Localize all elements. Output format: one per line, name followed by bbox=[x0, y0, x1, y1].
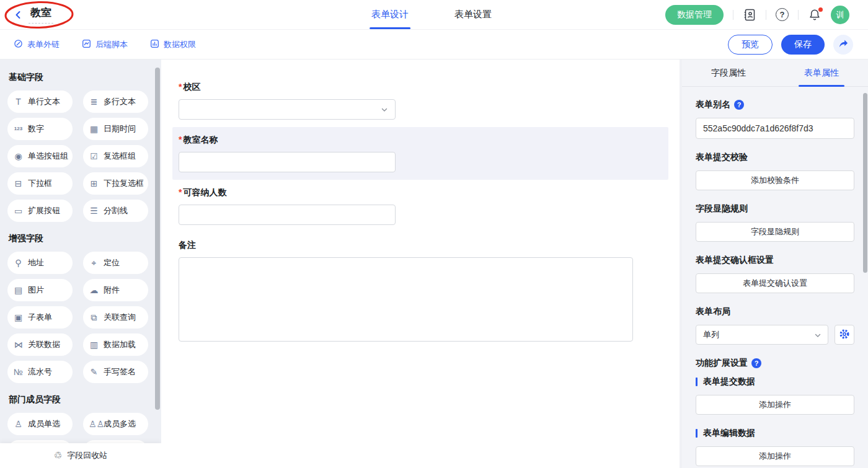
property-select-row: 单列 bbox=[696, 325, 854, 345]
palette-item-label: 流水号 bbox=[28, 366, 52, 377]
palette-item-dropdown[interactable]: ⊟下拉框 bbox=[7, 172, 73, 195]
palette-item-datetime[interactable]: ▦日期时间 bbox=[83, 118, 148, 140]
palette-item-checkbox-group[interactable]: ☑复选框组 bbox=[83, 145, 148, 167]
palette-item-locate[interactable]: ⌖定位 bbox=[83, 252, 148, 274]
sidebar-scrollbar[interactable] bbox=[155, 68, 160, 410]
property-action-button[interactable]: 添加操作 bbox=[696, 446, 854, 466]
tab-form-properties[interactable]: 表单属性 bbox=[775, 60, 868, 86]
property-label: 表单提交校验 bbox=[696, 152, 854, 163]
external-link-button[interactable]: 表单外链 bbox=[14, 39, 60, 50]
properties-panel: 字段属性 表单属性 表单别名表单提交校验添加校验条件字段显隐规则字段显隐规则表单… bbox=[682, 60, 868, 468]
save-button[interactable]: 保存 bbox=[781, 35, 825, 55]
palette-item-multi-dropdown[interactable]: ⊞下拉复选框 bbox=[83, 172, 148, 195]
form-alias-input[interactable] bbox=[696, 118, 854, 139]
form-field-row[interactable]: 备注 bbox=[172, 232, 668, 351]
selected-value: 单列 bbox=[703, 329, 719, 340]
palette-item-multi-line-text[interactable]: ≣多行文本 bbox=[83, 91, 148, 113]
avatar[interactable]: 训 bbox=[831, 6, 849, 24]
section-bar bbox=[696, 377, 698, 386]
field-select[interactable] bbox=[179, 99, 396, 120]
data-load-chart-icon: ▥ bbox=[89, 340, 99, 349]
preview-button[interactable]: 预览 bbox=[728, 35, 773, 55]
back-button[interactable]: 教室 bbox=[0, 6, 53, 24]
tab-field-properties[interactable]: 字段属性 bbox=[682, 60, 775, 86]
property-group: 表单提交确认框设置表单提交确认设置 bbox=[696, 255, 854, 293]
palette-item-data-load-chart[interactable]: ▥数据加载 bbox=[83, 333, 148, 356]
form-field-label: 备注 bbox=[179, 240, 662, 251]
property-group: 字段显隐规则字段显隐规则 bbox=[696, 203, 854, 242]
layout-gear-button[interactable] bbox=[835, 325, 854, 345]
form-field-row[interactable]: *校区 bbox=[172, 74, 668, 127]
palette-section-title: 基础字段 bbox=[9, 72, 154, 83]
palette-item-single-line-text[interactable]: T单行文本 bbox=[7, 91, 73, 113]
property-action-button[interactable]: 添加校验条件 bbox=[696, 170, 854, 190]
linked-query-icon: ⧉ bbox=[89, 313, 99, 322]
palette-section-title: 部门成员字段 bbox=[9, 394, 154, 405]
properties-tabs: 字段属性 表单属性 bbox=[682, 60, 868, 87]
form-field-row[interactable]: *教室名称 bbox=[172, 127, 668, 180]
palette-item-address-pin[interactable]: ⚲地址 bbox=[7, 252, 73, 274]
palette-item-label: 数据加载 bbox=[104, 339, 136, 350]
palette-item-number[interactable]: 123数字 bbox=[7, 118, 73, 140]
form-field-label: *可容纳人数 bbox=[179, 187, 662, 198]
palette-item-linked-query[interactable]: ⧉关联查询 bbox=[83, 306, 148, 329]
property-label: 表单布局 bbox=[696, 306, 854, 317]
property-action-button[interactable]: 字段显隐规则 bbox=[696, 222, 854, 242]
share-button[interactable] bbox=[833, 35, 853, 55]
backend-script-button[interactable]: 后端脚本 bbox=[82, 39, 128, 50]
header-actions: 数据管理 训 bbox=[665, 5, 868, 25]
window-scrollbar[interactable] bbox=[863, 93, 867, 273]
property-label: 功能扩展设置 bbox=[696, 358, 854, 369]
divider bbox=[733, 10, 733, 20]
field-recycle-bin-button[interactable]: ♲ 字段回收站 bbox=[0, 443, 161, 468]
data-permission-button[interactable]: 数据权限 bbox=[150, 39, 196, 50]
address-pin-icon: ⚲ bbox=[13, 258, 24, 267]
help-badge-icon[interactable] bbox=[734, 100, 744, 110]
data-manage-button[interactable]: 数据管理 bbox=[665, 5, 724, 25]
palette-item-subform[interactable]: ▣子表单 bbox=[7, 306, 73, 329]
palette-item-divider[interactable]: ☰分割线 bbox=[83, 200, 148, 222]
palette-item-label: 成员多选 bbox=[104, 418, 136, 430]
bell-icon[interactable] bbox=[808, 8, 822, 22]
palette-item-label: 下拉复选框 bbox=[104, 178, 144, 189]
field-input[interactable] bbox=[179, 205, 396, 225]
contact-book-icon[interactable] bbox=[743, 8, 756, 22]
tab-form-settings[interactable]: 表单设置 bbox=[454, 0, 492, 29]
palette-item-linked-data[interactable]: ⋈关联数据 bbox=[7, 333, 73, 356]
palette-item-image[interactable]: ▤图片 bbox=[7, 279, 73, 301]
divider bbox=[766, 10, 766, 20]
form-layout-select[interactable]: 单列 bbox=[696, 325, 828, 345]
dropdown-icon: ⊟ bbox=[13, 179, 24, 188]
required-asterisk: * bbox=[179, 82, 182, 92]
property-group: 功能扩展设置 bbox=[696, 358, 854, 369]
palette-item-member-single[interactable]: ♙成员单选 bbox=[7, 413, 73, 435]
property-action-button[interactable]: 添加操作 bbox=[696, 395, 854, 415]
form-field-row[interactable]: *可容纳人数 bbox=[172, 180, 668, 232]
member-single-icon: ♙ bbox=[13, 420, 24, 428]
property-action-button[interactable]: 表单提交确认设置 bbox=[696, 273, 854, 293]
field-textarea[interactable] bbox=[179, 257, 633, 342]
back-chevron-icon bbox=[14, 11, 22, 19]
property-label-text: 表单提交数据 bbox=[703, 376, 755, 387]
palette-item-extend-button[interactable]: ▭扩展按钮 bbox=[7, 200, 73, 222]
required-asterisk: * bbox=[179, 187, 182, 197]
tab-form-design[interactable]: 表单设计 bbox=[371, 0, 409, 29]
palette-item-label: 地址 bbox=[28, 257, 44, 268]
app-header: 教室 表单设计 表单设置 数据管理 训 bbox=[0, 0, 868, 30]
help-badge-icon[interactable] bbox=[751, 358, 761, 368]
palette-item-label: 子表单 bbox=[28, 312, 52, 323]
header-tabs: 表单设计 表单设置 bbox=[371, 0, 492, 29]
palette-item-attachment-cloud[interactable]: ☁附件 bbox=[83, 279, 148, 301]
palette-item-label: 日期时间 bbox=[104, 123, 136, 135]
palette-item-member-multi[interactable]: ♙♙成员多选 bbox=[83, 413, 148, 435]
linked-data-icon: ⋈ bbox=[13, 340, 24, 349]
property-label-text: 表单提交确认框设置 bbox=[696, 255, 774, 266]
field-input[interactable] bbox=[179, 152, 396, 172]
serial-number-icon: № bbox=[13, 368, 24, 376]
help-icon[interactable] bbox=[776, 8, 789, 21]
palette-section-title: 增强字段 bbox=[9, 233, 154, 244]
palette-section-grid: ⚲地址⌖定位▤图片☁附件▣子表单⧉关联查询⋈关联数据▥数据加载№流水号✎手写签名 bbox=[7, 252, 154, 383]
palette-item-radio-group[interactable]: ◉单选按钮组 bbox=[7, 145, 73, 167]
palette-item-serial-number[interactable]: №流水号 bbox=[7, 361, 73, 383]
palette-item-signature-pen[interactable]: ✎手写签名 bbox=[83, 361, 148, 383]
